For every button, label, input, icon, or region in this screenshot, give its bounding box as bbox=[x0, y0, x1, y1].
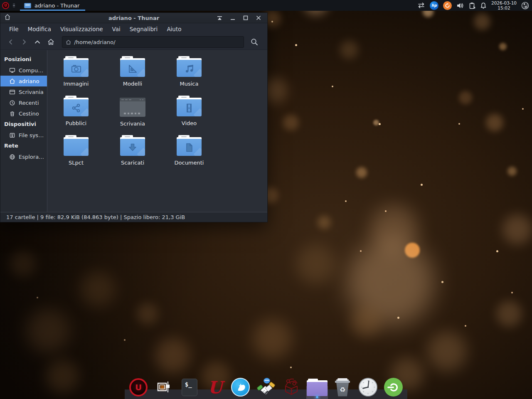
dock-ufficiozero-logo[interactable]: U bbox=[128, 375, 149, 399]
sidebar-item-label: Compu… bbox=[19, 67, 43, 74]
bokeh-spot bbox=[373, 120, 379, 126]
clipboard-icon[interactable] bbox=[469, 2, 475, 9]
bokeh-spot bbox=[370, 205, 418, 253]
close-button[interactable] bbox=[256, 15, 261, 20]
menu-vai[interactable]: Vai bbox=[108, 23, 125, 34]
location-input[interactable] bbox=[74, 39, 240, 45]
sidebar-item-esplora[interactable]: Esplora… bbox=[0, 151, 47, 162]
maximize-button[interactable] bbox=[243, 15, 248, 20]
system-tray: hp 2026-03-10 15:02 bbox=[417, 0, 532, 11]
taskbar-item-thunar[interactable]: adriano - Thunar bbox=[20, 0, 85, 11]
dock-terminal[interactable]: $_ bbox=[179, 375, 200, 399]
dock-ufficiozero-menu[interactable]: U bbox=[204, 375, 225, 399]
file-modelli[interactable]: Modelli bbox=[104, 56, 161, 94]
file-label: Pubblici bbox=[66, 120, 86, 126]
sidebar-item-adriano[interactable]: adriano bbox=[0, 76, 47, 86]
distro-logo-letter: U bbox=[4, 4, 7, 7]
terminal-icon: $_ bbox=[182, 379, 197, 396]
hp-tool-icon[interactable]: hp bbox=[430, 1, 438, 10]
home-button[interactable] bbox=[45, 37, 56, 47]
bokeh-spot bbox=[511, 292, 513, 293]
file-scrivania[interactable]: Scrivania bbox=[104, 96, 161, 134]
file-label: SLpct bbox=[69, 160, 84, 166]
dock-panel-settings[interactable] bbox=[153, 375, 174, 399]
logout-icon bbox=[384, 378, 403, 397]
file-pubblici[interactable]: Pubblici bbox=[48, 96, 104, 134]
sidebar-item-label: adriano bbox=[19, 78, 39, 84]
file-view: Immagini Modelli Musica bbox=[48, 50, 267, 212]
file-scaricati[interactable]: Scaricati bbox=[104, 135, 161, 173]
uz-letter: U bbox=[135, 382, 142, 392]
dock-trash[interactable]: ♻ bbox=[332, 375, 353, 399]
sidebar-item-computer[interactable]: Compu… bbox=[0, 65, 47, 76]
window-home-icon bbox=[4, 14, 11, 22]
search-button[interactable] bbox=[249, 37, 260, 47]
distro-logo-icon[interactable]: U bbox=[2, 2, 9, 9]
bokeh-spot bbox=[421, 184, 423, 186]
folder-pictures-icon bbox=[64, 56, 89, 77]
bokeh-spot bbox=[283, 115, 299, 131]
menu-aiuto[interactable]: Aiuto bbox=[162, 23, 186, 34]
update-sync-icon[interactable] bbox=[443, 1, 452, 10]
thunar-window: adriano - Thunar File Modifica Visualizz… bbox=[0, 12, 268, 222]
bokeh-spot bbox=[347, 239, 434, 326]
dock-logout[interactable] bbox=[383, 375, 404, 399]
titlebar[interactable]: adriano - Thunar bbox=[0, 13, 267, 23]
statusbar: 17 cartelle | 9 file: 82,9 KiB (84.863 b… bbox=[0, 212, 267, 222]
bokeh-spot bbox=[137, 303, 158, 325]
file-label: Scrivania bbox=[120, 121, 145, 127]
up-button[interactable] bbox=[32, 37, 43, 47]
bokeh-spot bbox=[155, 338, 190, 373]
librewolf-icon bbox=[231, 378, 250, 397]
file-musica[interactable]: Musica bbox=[161, 56, 217, 94]
volume-icon[interactable] bbox=[456, 2, 464, 9]
minimize-button[interactable] bbox=[230, 16, 235, 20]
recycle-glyph: ♻ bbox=[340, 386, 345, 394]
menu-modifica[interactable]: Modifica bbox=[23, 23, 56, 34]
dock-toolbox[interactable] bbox=[281, 375, 302, 399]
bokeh-spot bbox=[124, 339, 126, 341]
file-manager-icon bbox=[307, 379, 328, 396]
sidebar-item-filesystem[interactable]: File sys… bbox=[0, 130, 47, 140]
sidebar-item-label: Esplora… bbox=[19, 154, 44, 160]
hp-letters: hp bbox=[431, 3, 437, 7]
yinyang-icon[interactable] bbox=[521, 2, 529, 10]
statusbar-text: 17 cartelle | 9 file: 82,9 KiB (84.863 b… bbox=[6, 214, 185, 220]
sidebar-item-label: Scrivania bbox=[19, 89, 44, 95]
file-documenti[interactable]: Documenti bbox=[161, 135, 217, 173]
panel-clock[interactable]: 2026-03-10 15:02 bbox=[491, 0, 517, 10]
menu-visualizzazione[interactable]: Visualizzazione bbox=[56, 23, 107, 34]
bokeh-spot bbox=[271, 21, 273, 22]
dock-librewolf[interactable] bbox=[230, 375, 251, 399]
bokeh-spot bbox=[37, 297, 38, 298]
dock-handshake[interactable] bbox=[256, 375, 276, 399]
menu-file[interactable]: File bbox=[5, 23, 23, 34]
sidebar-item-cestino[interactable]: Cestino bbox=[0, 108, 47, 119]
handshake-icon bbox=[256, 377, 276, 398]
file-label: Musica bbox=[180, 81, 199, 87]
file-immagini[interactable]: Immagini bbox=[48, 56, 104, 94]
menu-segnalibri[interactable]: Segnalibri bbox=[125, 23, 163, 34]
sidebar-item-recenti[interactable]: Recenti bbox=[0, 97, 47, 108]
panel-grip-handle[interactable] bbox=[13, 4, 15, 7]
network-icon bbox=[9, 154, 15, 160]
bokeh-spot bbox=[465, 325, 466, 327]
shade-button[interactable] bbox=[217, 16, 222, 20]
ufficiozero-logo-icon: U bbox=[129, 378, 148, 397]
dock-clock[interactable] bbox=[358, 375, 379, 399]
folder-videos-icon bbox=[177, 96, 202, 116]
trash-full-icon: ♻ bbox=[335, 378, 350, 397]
bell-icon[interactable] bbox=[480, 2, 487, 9]
recent-icon bbox=[9, 100, 15, 106]
file-slpct[interactable]: SLpct bbox=[48, 135, 104, 173]
sidebar-item-scrivania[interactable]: Scrivania bbox=[0, 86, 47, 97]
panel-date: 2026-03-10 bbox=[491, 0, 517, 5]
desktop-icon bbox=[9, 89, 15, 95]
location-bar[interactable] bbox=[62, 36, 244, 48]
back-button[interactable] bbox=[5, 37, 16, 47]
forward-button[interactable] bbox=[19, 37, 30, 47]
swap-icon[interactable] bbox=[417, 2, 425, 9]
dock-file-manager[interactable] bbox=[307, 375, 328, 399]
window-content: Posizioni Compu… adriano Scrivania Recen… bbox=[0, 50, 267, 212]
file-video[interactable]: Video bbox=[161, 96, 217, 134]
